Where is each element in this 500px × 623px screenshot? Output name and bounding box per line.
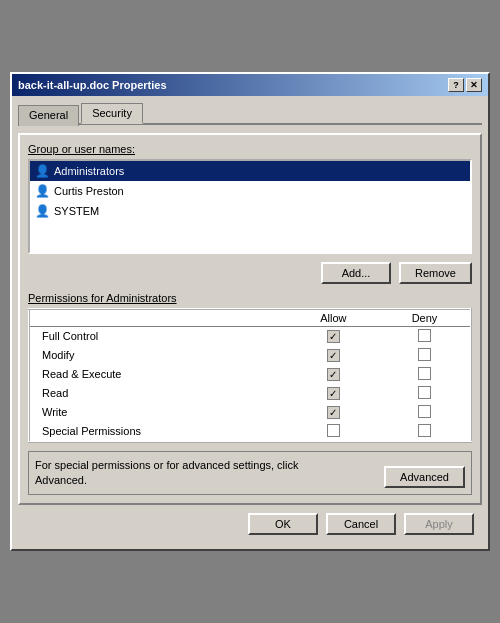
user-icon-system: 👤 <box>34 203 50 219</box>
perm-name-fullcontrol: Full Control <box>29 326 288 346</box>
user-icon-administrators: 👤 <box>34 163 50 179</box>
user-name-system: SYSTEM <box>54 205 99 217</box>
title-bar: back-it-all-up.doc Properties ? ✕ <box>12 74 488 96</box>
checkbox-deny-readexecute[interactable] <box>418 367 431 380</box>
perm-deny-read[interactable] <box>379 384 471 403</box>
col-header-deny: Deny <box>379 309 471 327</box>
user-item-administrators[interactable]: 👤 Administrators <box>30 161 470 181</box>
col-header-permission <box>29 309 288 327</box>
col-header-allow: Allow <box>288 309 379 327</box>
checkbox-allow-read[interactable] <box>327 387 340 400</box>
table-row: Read <box>29 384 471 403</box>
apply-button[interactable]: Apply <box>404 513 474 535</box>
checkbox-deny-modify[interactable] <box>418 348 431 361</box>
checkbox-allow-fullcontrol[interactable] <box>327 330 340 343</box>
perm-name-special: Special Permissions <box>29 422 288 442</box>
perm-deny-special[interactable] <box>379 422 471 442</box>
perm-deny-modify[interactable] <box>379 346 471 365</box>
window-title: back-it-all-up.doc Properties <box>18 79 167 91</box>
checkbox-deny-fullcontrol[interactable] <box>418 329 431 342</box>
properties-window: back-it-all-up.doc Properties ? ✕ Genera… <box>10 72 490 552</box>
perm-name-write: Write <box>29 403 288 422</box>
table-row: Write <box>29 403 471 422</box>
perm-allow-write[interactable] <box>288 403 379 422</box>
checkbox-allow-write[interactable] <box>327 406 340 419</box>
perm-name-readexecute: Read & Execute <box>29 365 288 384</box>
bottom-buttons: OK Cancel Apply <box>18 505 482 543</box>
perm-allow-modify[interactable] <box>288 346 379 365</box>
perm-name-modify: Modify <box>29 346 288 365</box>
remove-button[interactable]: Remove <box>399 262 472 284</box>
user-name-curtis: Curtis Preston <box>54 185 124 197</box>
perm-allow-special[interactable] <box>288 422 379 442</box>
cancel-button[interactable]: Cancel <box>326 513 396 535</box>
tab-bar: General Security <box>18 102 482 125</box>
perm-name-read: Read <box>29 384 288 403</box>
checkbox-allow-modify[interactable] <box>327 349 340 362</box>
tab-security[interactable]: Security <box>81 103 143 124</box>
checkbox-deny-special[interactable] <box>418 424 431 437</box>
table-row: Modify <box>29 346 471 365</box>
user-icon-curtis: 👤 <box>34 183 50 199</box>
title-bar-buttons: ? ✕ <box>448 78 482 92</box>
advanced-section: For special permissions or for advanced … <box>28 451 472 496</box>
user-name-administrators: Administrators <box>54 165 124 177</box>
help-button[interactable]: ? <box>448 78 464 92</box>
add-remove-buttons: Add... Remove <box>28 262 472 284</box>
table-row: Full Control <box>29 326 471 346</box>
perm-deny-write[interactable] <box>379 403 471 422</box>
tab-general[interactable]: General <box>18 105 79 126</box>
checkbox-allow-readexecute[interactable] <box>327 368 340 381</box>
user-list[interactable]: 👤 Administrators 👤 Curtis Preston 👤 SYST… <box>28 159 472 254</box>
advanced-button[interactable]: Advanced <box>384 466 465 488</box>
perm-allow-readexecute[interactable] <box>288 365 379 384</box>
table-row: Special Permissions <box>29 422 471 442</box>
security-section: Group or user names: 👤 Administrators 👤 … <box>18 133 482 506</box>
user-item-curtis[interactable]: 👤 Curtis Preston <box>30 181 470 201</box>
checkbox-allow-special[interactable] <box>327 424 340 437</box>
perm-allow-read[interactable] <box>288 384 379 403</box>
table-row: Read & Execute <box>29 365 471 384</box>
advanced-text: For special permissions or for advanced … <box>35 458 335 489</box>
close-button[interactable]: ✕ <box>466 78 482 92</box>
permissions-table: Allow Deny Full Control Modify <box>28 308 472 443</box>
add-button[interactable]: Add... <box>321 262 391 284</box>
group-section-label: Group or user names: <box>28 143 472 155</box>
permissions-label: Permissions for Administrators <box>28 292 472 304</box>
perm-deny-readexecute[interactable] <box>379 365 471 384</box>
user-item-system[interactable]: 👤 SYSTEM <box>30 201 470 221</box>
checkbox-deny-read[interactable] <box>418 386 431 399</box>
perm-allow-fullcontrol[interactable] <box>288 326 379 346</box>
perm-deny-fullcontrol[interactable] <box>379 326 471 346</box>
ok-button[interactable]: OK <box>248 513 318 535</box>
checkbox-deny-write[interactable] <box>418 405 431 418</box>
